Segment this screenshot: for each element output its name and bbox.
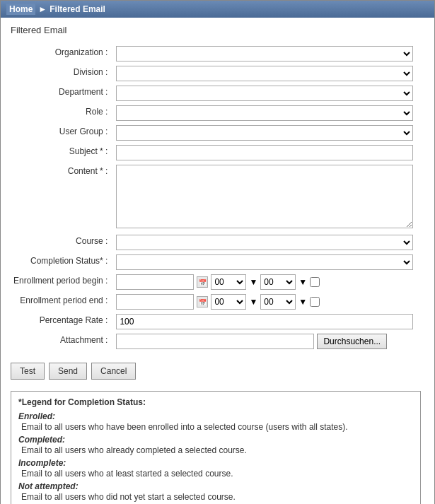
enrollment-end-calendar-icon[interactable]: 📅 bbox=[197, 296, 208, 307]
subject-row: Subject * : bbox=[11, 143, 424, 163]
titlebar: Home ► Filtered Email bbox=[1, 1, 434, 18]
legend-incomplete-desc: Email to all users who at least started … bbox=[18, 469, 413, 479]
enrollment-begin-controls: 📅 00 ▼ 00 ▼ bbox=[116, 274, 422, 290]
percentage-rate-input-cell: 100 bbox=[113, 312, 424, 332]
division-input-cell bbox=[113, 64, 424, 83]
percentage-rate-row: Percentage Rate : 100 bbox=[11, 312, 424, 332]
role-select[interactable] bbox=[116, 105, 413, 121]
enrollment-end-row: Enrollment period end : 📅 00 ▼ 00 ▼ bbox=[11, 292, 424, 312]
button-row: Test Send Cancel bbox=[11, 360, 424, 382]
department-select[interactable] bbox=[116, 86, 413, 101]
course-select[interactable] bbox=[116, 235, 413, 250]
attachment-label: Attachment : bbox=[11, 332, 113, 351]
legend-title: *Legend for Completion Status: bbox=[18, 397, 413, 407]
course-row: Course : bbox=[11, 233, 424, 252]
organization-select[interactable] bbox=[116, 46, 413, 61]
organization-label: Organization : bbox=[11, 44, 113, 64]
division-row: Division : bbox=[11, 64, 424, 83]
legend-completed-desc: Email to all users who already completed… bbox=[18, 445, 413, 455]
course-input-cell bbox=[113, 233, 424, 252]
department-row: Department : bbox=[11, 83, 424, 103]
enrollment-end-hour-arrow: ▼ bbox=[249, 297, 257, 307]
organization-row: Organization : bbox=[11, 44, 424, 64]
enrollment-end-label: Enrollment period end : bbox=[11, 292, 113, 312]
subject-input[interactable] bbox=[116, 145, 413, 160]
content-label: Content * : bbox=[11, 163, 113, 233]
legend-not-attempted-desc: Email to all users who did not yet start… bbox=[18, 492, 413, 502]
enrollment-begin-hour-arrow: ▼ bbox=[249, 277, 257, 287]
department-label: Department : bbox=[11, 83, 113, 103]
test-button[interactable]: Test bbox=[11, 363, 45, 380]
legend-item-not-attempted: Not attempted: Email to all users who di… bbox=[18, 481, 413, 502]
content-row: Content * : bbox=[11, 163, 424, 233]
legend-enrolled-title: Enrolled: bbox=[18, 411, 413, 421]
division-label: Division : bbox=[11, 64, 113, 83]
enrollment-begin-calendar-icon[interactable]: 📅 bbox=[197, 276, 208, 288]
percentage-rate-input[interactable]: 100 bbox=[116, 314, 413, 329]
enrollment-end-controls: 📅 00 ▼ 00 ▼ bbox=[116, 294, 422, 310]
legend-incomplete-title: Incomplete: bbox=[18, 458, 413, 468]
completion-status-row: Completion Status* : bbox=[11, 252, 424, 272]
enrollment-begin-minute-select[interactable]: 00 bbox=[260, 274, 296, 290]
legend-completed-title: Completed: bbox=[18, 435, 413, 445]
completion-status-label: Completion Status* : bbox=[11, 252, 113, 272]
role-row: Role : bbox=[11, 103, 424, 123]
legend-not-attempted-title: Not attempted: bbox=[18, 481, 413, 491]
course-label: Course : bbox=[11, 233, 113, 252]
enrollment-begin-row: Enrollment period begin : 📅 00 ▼ 00 ▼ bbox=[11, 272, 424, 292]
breadcrumb-current: Filtered Email bbox=[50, 4, 105, 14]
subject-input-cell bbox=[113, 143, 424, 163]
completion-status-input-cell bbox=[113, 252, 424, 272]
division-select[interactable] bbox=[116, 66, 413, 81]
send-button[interactable]: Send bbox=[49, 363, 87, 380]
attachment-controls: Durchsuchen... bbox=[116, 334, 422, 349]
role-label: Role : bbox=[11, 103, 113, 123]
enrollment-begin-date-input[interactable] bbox=[116, 274, 194, 290]
role-input-cell bbox=[113, 103, 424, 123]
home-link[interactable]: Home bbox=[6, 4, 35, 15]
department-input-cell bbox=[113, 83, 424, 103]
browse-button[interactable]: Durchsuchen... bbox=[317, 334, 387, 349]
enrollment-end-date-input[interactable] bbox=[116, 294, 194, 310]
form-table: Organization : Division : Department bbox=[11, 44, 424, 351]
user-group-select[interactable] bbox=[116, 125, 413, 141]
cancel-button[interactable]: Cancel bbox=[91, 363, 136, 380]
user-group-row: User Group : bbox=[11, 123, 424, 143]
enrollment-end-minute-arrow: ▼ bbox=[298, 297, 307, 307]
user-group-input-cell bbox=[113, 123, 424, 143]
legend-item-enrolled: Enrolled: Email to all users who have be… bbox=[18, 411, 413, 432]
enrollment-end-input-cell: 📅 00 ▼ 00 ▼ bbox=[113, 292, 424, 312]
enrollment-end-checkbox[interactable] bbox=[310, 297, 320, 307]
enrollment-begin-input-cell: 📅 00 ▼ 00 ▼ bbox=[113, 272, 424, 292]
legend-item-incomplete: Incomplete: Email to all users who at le… bbox=[18, 458, 413, 479]
legend-enrolled-desc: Email to all users who have been enrolle… bbox=[18, 422, 413, 432]
legend-item-completed: Completed: Email to all users who alread… bbox=[18, 435, 413, 455]
organization-input-cell bbox=[113, 44, 424, 64]
enrollment-begin-hour-select[interactable]: 00 bbox=[211, 274, 246, 290]
breadcrumb-arrow: ► bbox=[38, 4, 47, 14]
content-input-cell bbox=[113, 163, 424, 233]
enrollment-begin-minute-arrow: ▼ bbox=[298, 277, 307, 287]
enrollment-begin-label: Enrollment period begin : bbox=[11, 272, 113, 292]
user-group-label: User Group : bbox=[11, 123, 113, 143]
completion-status-select[interactable] bbox=[116, 254, 413, 270]
subject-label: Subject * : bbox=[11, 143, 113, 163]
percentage-rate-label: Percentage Rate : bbox=[11, 312, 113, 332]
legend-box: *Legend for Completion Status: Enrolled:… bbox=[11, 391, 421, 504]
attachment-input-cell: Durchsuchen... bbox=[113, 332, 424, 351]
attachment-file-input[interactable] bbox=[116, 334, 314, 349]
page-title: Filtered Email bbox=[11, 25, 424, 35]
content-textarea[interactable] bbox=[116, 165, 413, 228]
enrollment-end-hour-select[interactable]: 00 bbox=[211, 294, 246, 310]
enrollment-begin-checkbox[interactable] bbox=[310, 277, 320, 287]
page-content: Filtered Email Organization : Division : bbox=[1, 18, 434, 504]
attachment-row: Attachment : Durchsuchen... bbox=[11, 332, 424, 351]
enrollment-end-minute-select[interactable]: 00 bbox=[260, 294, 296, 310]
